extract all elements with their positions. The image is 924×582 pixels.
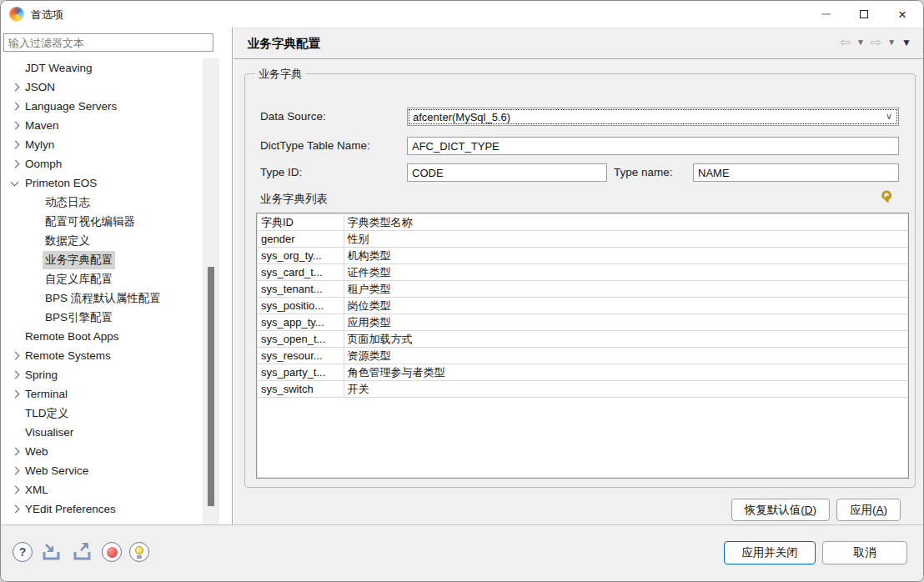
sidebar-item[interactable]: Maven — [1, 116, 213, 135]
sidebar-item-label: Mylyn — [23, 137, 57, 153]
restore-defaults-button[interactable]: 恢复默认值(D) — [731, 499, 830, 521]
sidebar-item[interactable]: Oomph — [1, 154, 213, 173]
chevron-down-icon[interactable] — [9, 177, 23, 190]
dict-table-input[interactable]: AFC_DICT_TYPE — [407, 137, 899, 155]
sidebar-item-label: Terminal — [23, 386, 70, 402]
sidebar-item[interactable]: 动态日志 — [1, 193, 213, 212]
sidebar-item-label: Remote Systems — [23, 348, 113, 364]
sidebar-scrollbar[interactable] — [203, 58, 219, 524]
chevron-right-icon[interactable] — [9, 464, 23, 478]
sidebar-item[interactable]: 数据定义 — [1, 231, 213, 250]
refresh-icon[interactable]: ⟳ — [876, 190, 894, 202]
chevron-right-icon[interactable] — [9, 100, 23, 113]
chevron-placeholder — [29, 292, 43, 305]
chevron-right-icon[interactable] — [9, 158, 23, 171]
chevron-right-icon[interactable] — [9, 388, 23, 401]
table-cell: 证件类型 — [344, 264, 909, 281]
window-controls: × — [806, 1, 921, 28]
chevron-right-icon[interactable] — [9, 138, 23, 152]
table-row[interactable]: gender性别 — [258, 231, 909, 248]
cancel-button[interactable]: 取消 — [822, 541, 907, 564]
chevron-right-icon[interactable] — [9, 503, 23, 516]
forward-dropdown-icon[interactable]: ▼ — [887, 38, 896, 47]
sidebar-item[interactable]: Language Servers — [1, 97, 213, 116]
sidebar-item[interactable]: 自定义库配置 — [1, 269, 213, 288]
sidebar-item[interactable]: Primeton EOS — [1, 173, 213, 193]
export-preferences-icon[interactable] — [71, 542, 94, 562]
column-header[interactable]: 字典类型名称 — [344, 214, 909, 231]
tips-button[interactable] — [129, 542, 149, 562]
sidebar-item[interactable]: BPS 流程默认属性配置 — [1, 288, 213, 308]
titlebar: 首选项 × — [1, 1, 923, 28]
help-button[interactable]: ? — [13, 542, 33, 562]
table-row[interactable]: sys_tenant...租户类型 — [258, 281, 909, 298]
column-header[interactable]: 字典ID — [258, 214, 344, 231]
back-dropdown-icon[interactable]: ▼ — [856, 38, 865, 47]
window-title: 首选项 — [31, 8, 63, 23]
table-cell: sys_org_ty... — [258, 248, 344, 264]
maximize-button[interactable] — [845, 1, 883, 28]
page-title: 业务字典配置 — [248, 36, 320, 52]
sidebar-item[interactable]: Remote Boot Apps — [1, 327, 213, 346]
main-area: JDT WeavingJSONLanguage ServersMavenMyly… — [1, 28, 923, 524]
type-id-input[interactable]: CODE — [407, 163, 607, 182]
sidebar-item[interactable]: Terminal — [1, 384, 213, 404]
sidebar-item-label: Maven — [23, 118, 62, 133]
chevron-right-icon[interactable] — [9, 349, 23, 363]
footer-buttons: 应用并关闭 取消 — [724, 541, 907, 564]
chevron-down-icon[interactable]: ∨ — [886, 111, 892, 122]
chevron-right-icon[interactable] — [9, 81, 23, 94]
view-menu-icon[interactable]: ▼ — [901, 38, 911, 48]
sidebar-item[interactable]: 配置可视化编辑器 — [1, 212, 213, 231]
sidebar-item[interactable]: Web — [1, 442, 213, 461]
back-icon[interactable]: ⇦ — [839, 36, 850, 49]
apply-label-end: ) — [884, 504, 888, 516]
sidebar-item[interactable]: Visualiser — [1, 423, 213, 442]
table-cell: 角色管理参与者类型 — [344, 364, 909, 381]
sidebar-scrollbar-thumb[interactable] — [208, 267, 214, 506]
sidebar-item-label: BPS引擎配置 — [43, 309, 115, 327]
sidebar-item-label: Spring — [23, 367, 60, 383]
type-name-input[interactable]: NAME — [693, 163, 899, 182]
sidebar-item[interactable]: JSON — [1, 78, 213, 97]
restore-label-end: ) — [812, 504, 816, 516]
table-row[interactable]: sys_open_t...页面加载方式 — [258, 331, 909, 348]
sidebar-item[interactable]: Spring — [1, 365, 213, 384]
data-source-select[interactable]: afcenter(MySql_5.6) ∨ — [407, 108, 899, 126]
table-row[interactable]: sys_switch开关 — [258, 381, 909, 398]
table-row[interactable]: sys_resour...资源类型 — [258, 348, 909, 364]
forward-icon[interactable]: ⇨ — [871, 36, 881, 49]
close-button[interactable]: × — [883, 1, 921, 28]
sidebar-item[interactable]: Web Service — [1, 461, 213, 480]
sidebar-item[interactable]: BPS引擎配置 — [1, 308, 213, 327]
sidebar-item[interactable]: 业务字典配置 — [1, 250, 213, 269]
chevron-right-icon[interactable] — [9, 484, 23, 497]
chevron-right-icon[interactable] — [9, 445, 23, 459]
table-row[interactable]: sys_card_t...证件类型 — [258, 264, 909, 281]
table-row[interactable]: sys_org_ty...机构类型 — [258, 248, 909, 264]
data-source-label: Data Source: — [260, 110, 326, 123]
close-icon: × — [898, 8, 906, 22]
chevron-right-icon[interactable] — [9, 119, 23, 133]
sidebar-item[interactable]: JDT Weaving — [1, 58, 213, 78]
apply-and-close-button[interactable]: 应用并关闭 — [724, 541, 816, 564]
table-row[interactable]: sys_app_ty...应用类型 — [258, 314, 909, 331]
apply-button[interactable]: 应用(A) — [836, 499, 901, 521]
record-button[interactable] — [102, 542, 122, 562]
sidebar-item-label: YEdit Preferences — [23, 501, 118, 517]
dict-list-title: 业务字典列表 — [260, 192, 328, 207]
type-name-label: Type name: — [614, 166, 673, 178]
import-preferences-icon[interactable] — [40, 542, 63, 562]
sidebar-item[interactable]: XML — [1, 480, 213, 499]
minimize-button[interactable] — [806, 1, 845, 28]
sidebar-item[interactable]: TLD定义 — [1, 404, 213, 423]
table-row[interactable]: sys_party_t...角色管理参与者类型 — [258, 364, 909, 381]
table-cell: 机构类型 — [344, 248, 909, 264]
sidebar-item-label: BPS 流程默认属性配置 — [43, 289, 163, 308]
sidebar-item[interactable]: YEdit Preferences — [1, 499, 213, 519]
sidebar-item[interactable]: Mylyn — [1, 135, 213, 154]
filter-input[interactable] — [3, 33, 213, 52]
table-row[interactable]: sys_positio...岗位类型 — [258, 298, 909, 314]
chevron-right-icon[interactable] — [9, 369, 23, 382]
sidebar-item[interactable]: Remote Systems — [1, 346, 213, 365]
